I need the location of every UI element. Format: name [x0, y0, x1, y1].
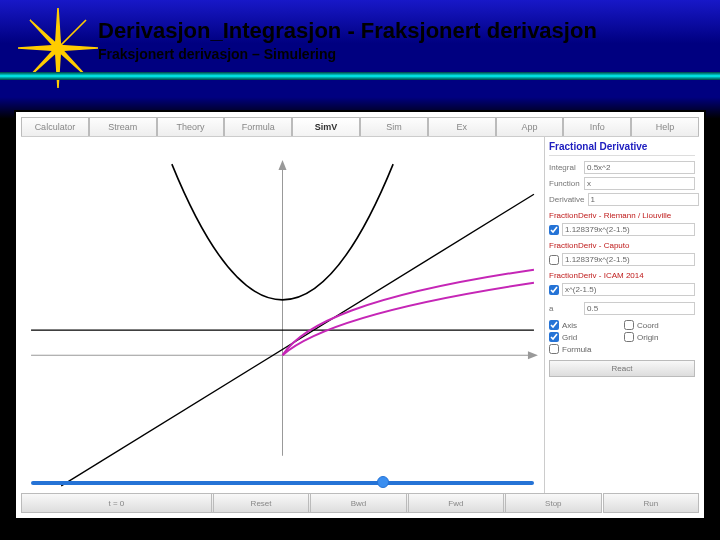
bwd-button[interactable]: Bwd — [310, 493, 406, 513]
frac-rl-label: FractionDeriv - Riemann / Liouville — [549, 211, 695, 220]
svg-marker-3 — [58, 46, 98, 51]
frac-icam-value[interactable] — [562, 283, 695, 296]
integral-input[interactable] — [584, 161, 695, 174]
grid-label: Grid — [562, 333, 577, 342]
axis-label: Axis — [562, 321, 577, 330]
tab-bar: CalculatorStreamTheoryFormulaSimVSimExAp… — [21, 117, 699, 137]
app-window: CalculatorStreamTheoryFormulaSimVSimExAp… — [14, 110, 706, 520]
frac-caputo-value[interactable] — [562, 253, 695, 266]
tab-calculator[interactable]: Calculator — [21, 117, 89, 136]
a-label: a — [549, 304, 581, 313]
svg-marker-0 — [56, 8, 61, 48]
run-button[interactable]: Run — [603, 493, 699, 513]
frac-icam-checkbox[interactable] — [549, 285, 559, 295]
stop-button[interactable]: Stop — [505, 493, 601, 513]
svg-marker-5 — [58, 20, 86, 48]
page-subtitle: Fraksjonert derivasjon – Simulering — [98, 46, 336, 62]
svg-marker-11 — [528, 351, 538, 359]
function-input[interactable] — [584, 177, 695, 190]
panel-title: Fractional Derivative — [549, 141, 695, 156]
tab-stream[interactable]: Stream — [89, 117, 157, 136]
frac-caputo-checkbox[interactable] — [549, 255, 559, 265]
tab-help[interactable]: Help — [631, 117, 699, 136]
derivative-input[interactable] — [588, 193, 699, 206]
reset-button[interactable]: Reset — [213, 493, 309, 513]
plot-area: >|<<|>|>| — [21, 137, 544, 513]
tab-sim[interactable]: Sim — [360, 117, 428, 136]
origin-label: Origin — [637, 333, 658, 342]
integral-label: Integral — [549, 163, 581, 172]
svg-marker-2 — [18, 46, 58, 51]
origin-checkbox[interactable] — [624, 332, 634, 342]
divider-bar — [0, 72, 720, 80]
svg-marker-4 — [30, 20, 58, 48]
time-display: t = 0 — [21, 493, 212, 513]
frac-icam-label: FractionDeriv - ICAM 2014 — [549, 271, 695, 280]
bottom-controls: t = 0 Reset Bwd Fwd Stop Run — [21, 493, 699, 513]
coord-checkbox[interactable] — [624, 320, 634, 330]
tab-simv[interactable]: SimV — [292, 117, 360, 136]
time-slider[interactable] — [31, 479, 534, 487]
coord-label: Coord — [637, 321, 659, 330]
frac-rl-value[interactable] — [562, 223, 695, 236]
frac-rl-checkbox[interactable] — [549, 225, 559, 235]
grid-checkbox[interactable] — [549, 332, 559, 342]
formula-label: Formula — [562, 345, 591, 354]
react-button[interactable]: React — [549, 360, 695, 377]
svg-marker-1 — [56, 48, 61, 88]
tab-theory[interactable]: Theory — [157, 117, 225, 136]
slider-thumb[interactable] — [377, 476, 389, 488]
derivative-label: Derivative — [549, 195, 585, 204]
slider-track — [31, 481, 534, 485]
side-panel: Fractional Derivative Integral Function … — [544, 137, 699, 513]
formula-checkbox[interactable] — [549, 344, 559, 354]
a-input[interactable] — [584, 302, 695, 315]
function-label: Function — [549, 179, 581, 188]
axis-checkbox[interactable] — [549, 320, 559, 330]
tab-formula[interactable]: Formula — [224, 117, 292, 136]
tab-ex[interactable]: Ex — [428, 117, 496, 136]
tab-app[interactable]: App — [496, 117, 564, 136]
frac-caputo-label: FractionDeriv - Caputo — [549, 241, 695, 250]
page-title: Derivasjon_Integrasjon - Fraksjonert der… — [98, 18, 597, 44]
fwd-button[interactable]: Fwd — [408, 493, 504, 513]
tab-info[interactable]: Info — [563, 117, 631, 136]
svg-marker-10 — [278, 160, 286, 170]
